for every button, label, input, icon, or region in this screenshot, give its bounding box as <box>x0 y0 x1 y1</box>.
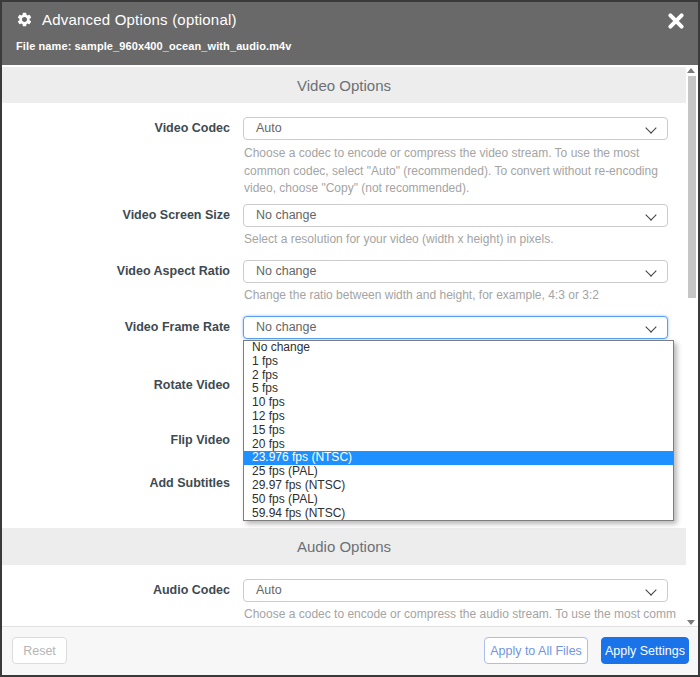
audio-codec-value: Auto <box>256 583 282 597</box>
frame-rate-option[interactable]: 5 fps <box>244 382 673 396</box>
chevron-down-icon <box>645 584 656 595</box>
scrollbar-thumb[interactable] <box>688 76 696 298</box>
rotate-video-label: Rotate Video <box>2 378 230 392</box>
frame-rate-option[interactable]: No change <box>244 341 673 355</box>
gear-icon <box>16 11 33 28</box>
frame-rate-option[interactable]: 23.976 fps (NTSC) <box>244 451 673 465</box>
dialog-header: Advanced Options (optional) File name: s… <box>2 2 698 65</box>
video-aspect-ratio-value: No change <box>256 264 316 278</box>
frame-rate-option[interactable]: 50 fps (PAL) <box>244 493 673 507</box>
video-frame-rate-label: Video Frame Rate <box>2 320 230 334</box>
dialog-footer: Reset Apply to All Files Apply Settings <box>2 626 698 675</box>
frame-rate-option[interactable]: 59.94 fps (NTSC) <box>244 507 673 521</box>
flip-video-label: Flip Video <box>2 433 230 447</box>
frame-rate-option[interactable]: 2 fps <box>244 369 673 383</box>
chevron-down-icon <box>645 122 656 133</box>
video-aspect-ratio-select[interactable]: No change <box>243 260 668 283</box>
audio-codec-label: Audio Codec <box>2 583 230 597</box>
add-subtitles-label: Add Subtitles <box>2 476 230 490</box>
close-icon[interactable] <box>667 12 685 30</box>
scrollbar-up-arrow[interactable] <box>687 68 695 73</box>
advanced-options-dialog: Advanced Options (optional) File name: s… <box>0 0 700 677</box>
frame-rate-option[interactable]: 12 fps <box>244 410 673 424</box>
video-options-section-title: Video Options <box>2 67 686 103</box>
frame-rate-option[interactable]: 29.97 fps (NTSC) <box>244 479 673 493</box>
video-aspect-ratio-label: Video Aspect Ratio <box>2 264 230 278</box>
dialog-title: Advanced Options (optional) <box>42 11 237 28</box>
apply-settings-button[interactable]: Apply Settings <box>601 637 689 664</box>
video-screen-size-value: No change <box>256 208 316 222</box>
video-codec-label: Video Codec <box>2 121 230 135</box>
reset-button[interactable]: Reset <box>12 637 67 664</box>
audio-codec-select[interactable]: Auto <box>243 579 668 602</box>
frame-rate-option[interactable]: 25 fps (PAL) <box>244 465 673 479</box>
video-screen-size-help: Select a resolution for your video (widt… <box>244 231 676 249</box>
frame-rate-option[interactable]: 20 fps <box>244 438 673 452</box>
chevron-down-icon <box>645 265 656 276</box>
file-name-label: File name: sample_960x400_ocean_with_aud… <box>16 40 291 52</box>
video-frame-rate-select[interactable]: No change <box>243 316 668 339</box>
scrollbar-down-arrow[interactable] <box>687 620 695 625</box>
chevron-down-icon <box>645 321 656 332</box>
video-codec-help: Choose a codec to encode or compress the… <box>244 145 676 198</box>
video-frame-rate-value: No change <box>256 320 316 334</box>
frame-rate-option[interactable]: 1 fps <box>244 355 673 369</box>
video-screen-size-label: Video Screen Size <box>2 208 230 222</box>
video-codec-value: Auto <box>256 121 282 135</box>
frame-rate-option[interactable]: 10 fps <box>244 396 673 410</box>
video-aspect-ratio-help: Change the ratio between width and heigh… <box>244 287 676 305</box>
apply-to-all-files-button[interactable]: Apply to All Files <box>484 637 588 664</box>
chevron-down-icon <box>645 209 656 220</box>
audio-codec-help: Choose a codec to encode or compress the… <box>244 606 676 624</box>
frame-rate-dropdown[interactable]: No change1 fps2 fps5 fps10 fps12 fps15 f… <box>243 340 674 521</box>
scrollbar-track[interactable] <box>686 67 698 626</box>
video-codec-select[interactable]: Auto <box>243 117 668 140</box>
video-screen-size-select[interactable]: No change <box>243 204 668 227</box>
audio-options-section-title: Audio Options <box>2 528 686 565</box>
frame-rate-option[interactable]: 15 fps <box>244 424 673 438</box>
